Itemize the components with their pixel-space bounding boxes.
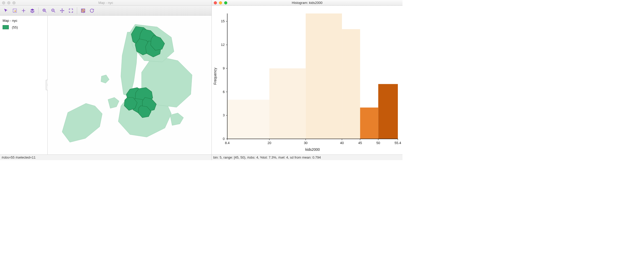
- layers-button[interactable]: [28, 7, 36, 15]
- y-tick-label: 0: [223, 137, 225, 141]
- legend-row[interactable]: (55): [3, 25, 45, 29]
- map-window: Map - nyc: [0, 0, 212, 160]
- zoom-window-icon[interactable]: [224, 1, 227, 4]
- full-extent-button[interactable]: [67, 7, 75, 15]
- close-icon[interactable]: [2, 1, 5, 4]
- hist-statusbar: bin: 5, range: [45, 50), #obs: 4, %tot: …: [212, 154, 403, 160]
- zoom-window-icon[interactable]: [12, 1, 16, 4]
- map-status-text: #obs=55 #selected=11: [2, 155, 36, 159]
- toolbar-separator: [77, 7, 77, 14]
- y-tick-label: 3: [223, 113, 225, 117]
- select-rect-button[interactable]: [11, 7, 19, 15]
- x-tick-label: 8.4: [225, 141, 230, 145]
- map-titlebar[interactable]: Map - nyc: [0, 0, 211, 6]
- x-tick-label: 50: [376, 141, 380, 145]
- zoom-in-button[interactable]: [41, 7, 48, 15]
- y-axis-label: Frequency: [213, 68, 217, 85]
- zoom-out-icon: [51, 8, 56, 13]
- layers-icon: [30, 8, 35, 13]
- histogram-chart: 036912158.4203040455055.4kids2000Frequen…: [212, 6, 403, 154]
- legend-panel: Map - nyc (55) ⋮: [0, 16, 48, 154]
- y-tick-label: 6: [223, 90, 225, 94]
- x-tick-label: 40: [340, 141, 344, 145]
- window-controls: [214, 1, 228, 4]
- expand-icon: [68, 8, 74, 13]
- select-rect-icon: [12, 8, 17, 13]
- refresh-button[interactable]: [88, 7, 96, 15]
- nyc-map: [50, 17, 210, 151]
- hist-bar[interactable]: [378, 84, 398, 139]
- hist-window-title: Histogram: kids2000: [212, 1, 403, 5]
- legend-title: Map - nyc: [3, 19, 45, 23]
- x-tick-label: 55.4: [394, 141, 401, 145]
- map-canvas[interactable]: [48, 16, 211, 154]
- x-tick-label: 30: [304, 141, 308, 145]
- hist-bar[interactable]: [342, 29, 360, 139]
- hist-titlebar[interactable]: Histogram: kids2000: [212, 0, 403, 6]
- y-tick-label: 9: [223, 66, 225, 70]
- y-tick-label: 12: [221, 43, 225, 47]
- map-toolbar: [0, 6, 211, 16]
- pointer-icon: [3, 8, 9, 13]
- hatching-button[interactable]: [79, 7, 87, 15]
- refresh-icon: [89, 8, 94, 13]
- zoom-out-button[interactable]: [49, 7, 57, 15]
- svg-point-1: [14, 10, 16, 12]
- x-axis-label: kids2000: [305, 147, 320, 152]
- zoom-in-icon: [42, 8, 47, 13]
- y-tick-label: 15: [221, 19, 225, 23]
- window-controls: [2, 1, 17, 4]
- toolbar-separator: [38, 7, 39, 14]
- x-tick-label: 20: [267, 141, 271, 145]
- hist-bar[interactable]: [306, 13, 342, 139]
- pan-button[interactable]: [20, 7, 27, 15]
- move-icon: [60, 8, 65, 13]
- pointer-button[interactable]: [2, 7, 10, 15]
- hatching-icon: [80, 8, 86, 13]
- legend-swatch: [3, 25, 9, 29]
- map-statusbar: #obs=55 #selected=11: [0, 154, 211, 160]
- close-icon[interactable]: [214, 1, 217, 4]
- map-body: Map - nyc (55) ⋮: [0, 16, 211, 154]
- hist-bar[interactable]: [269, 68, 306, 139]
- x-tick-label: 45: [358, 141, 362, 145]
- legend-count: (55): [12, 25, 18, 29]
- map-window-title: Map - nyc: [0, 1, 211, 5]
- hist-bar[interactable]: [360, 108, 378, 139]
- hist-status-text: bin: 5, range: [45, 50), #obs: 4, %tot: …: [213, 155, 321, 159]
- histogram-window: Histogram: kids2000 036912158.4203040455…: [212, 0, 403, 160]
- hist-bar[interactable]: [227, 100, 269, 139]
- minimize-icon[interactable]: [7, 1, 10, 4]
- minimize-icon[interactable]: [219, 1, 222, 4]
- hist-canvas[interactable]: 036912158.4203040455055.4kids2000Frequen…: [212, 6, 403, 154]
- plus-icon: [21, 8, 26, 13]
- recenter-button[interactable]: [58, 7, 66, 15]
